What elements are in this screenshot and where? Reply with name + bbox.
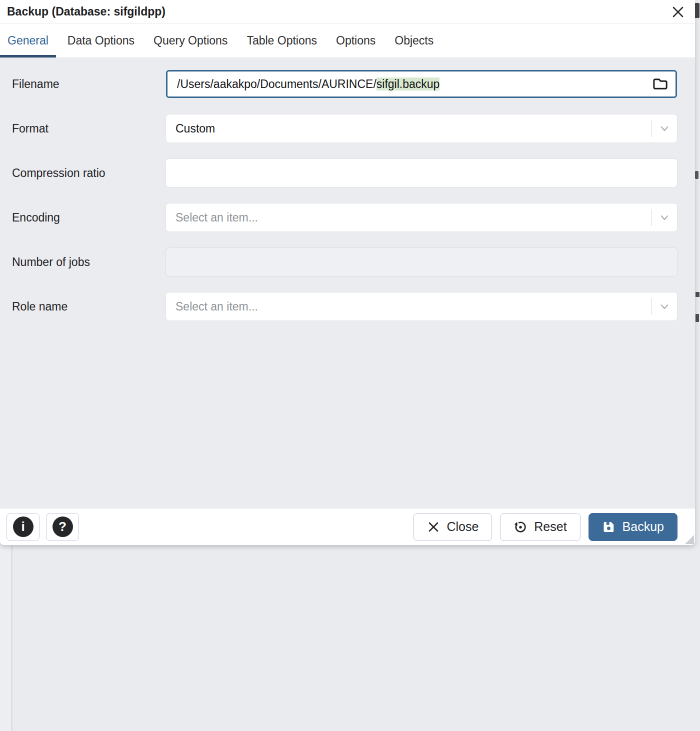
dialog-tabs: General Data Options Query Options Table… (0, 24, 695, 58)
undo-icon (514, 520, 528, 534)
close-button[interactable]: Close (414, 513, 492, 541)
dialog-titlebar: Backup (Database: sifgildpp) (0, 0, 695, 24)
filename-browse-button[interactable] (652, 76, 668, 92)
x-icon (427, 520, 440, 534)
save-icon (602, 520, 616, 534)
format-row: Format Custom (0, 114, 689, 142)
backup-button[interactable]: Backup (588, 513, 678, 541)
tab-label: Options (336, 34, 376, 48)
filename-label: Filename (0, 78, 166, 91)
tab-query-options[interactable]: Query Options (146, 24, 235, 58)
filename-row: Filename /Users/aakakpo/Documents/AURINC… (0, 70, 689, 98)
number-of-jobs-input (166, 248, 677, 276)
chevron-down-icon (658, 211, 671, 224)
background-left-panel (0, 545, 11, 731)
folder-icon (652, 76, 668, 92)
filename-input[interactable]: /Users/aakakpo/Documents/AURINCE/sifgil.… (166, 70, 677, 98)
number-of-jobs-label: Number of jobs (0, 256, 166, 269)
role-name-row: Role name Select an item... (0, 292, 689, 320)
info-icon: i (13, 516, 34, 537)
clipped-background-content (694, 3, 700, 18)
close-icon (670, 4, 686, 20)
compression-ratio-label: Compression ratio (0, 166, 166, 180)
tab-label: Query Options (154, 34, 228, 48)
tab-label: Table Options (246, 34, 317, 48)
reset-button[interactable]: Reset (500, 513, 580, 541)
tab-label: Objects (394, 34, 434, 48)
chevron-down-icon (658, 122, 671, 135)
background-panel-divider (11, 545, 12, 731)
background-window-area (0, 545, 700, 731)
format-dropdown-toggle[interactable] (651, 120, 677, 137)
filename-value: /Users/aakakpo/Documents/AURINCE/sifgil.… (177, 78, 648, 91)
clipped-background-content (695, 171, 698, 179)
backup-dialog: Backup (Database: sifgildpp) General Dat… (0, 0, 695, 545)
tab-general[interactable]: General (0, 24, 56, 58)
format-select[interactable]: Custom (166, 114, 677, 142)
filename-path-prefix: /Users/aakakpo/Documents/AURINCE/ (177, 78, 376, 90)
help-button[interactable]: ? (46, 513, 79, 541)
dialog-close-button[interactable] (670, 4, 686, 20)
role-name-select[interactable]: Select an item... (166, 292, 677, 320)
filename-selected-text: sifgil.backup (376, 78, 440, 90)
number-of-jobs-row: Number of jobs (0, 248, 689, 276)
role-name-placeholder: Select an item... (166, 300, 651, 314)
encoding-row: Encoding Select an item... (0, 204, 689, 232)
dialog-title: Backup (Database: sifgildpp) (0, 5, 166, 18)
sql-info-button[interactable]: i (6, 513, 40, 541)
encoding-select[interactable]: Select an item... (166, 204, 677, 232)
compression-ratio-row: Compression ratio (0, 159, 689, 187)
tab-objects[interactable]: Objects (387, 24, 441, 58)
tab-label: General (8, 34, 48, 48)
clipped-background-content (696, 314, 699, 322)
help-icon: ? (52, 516, 73, 537)
tab-data-options[interactable]: Data Options (60, 24, 142, 58)
format-label: Format (0, 122, 166, 136)
close-button-label: Close (446, 520, 478, 534)
role-name-label: Role name (0, 300, 166, 314)
clipped-background-content (696, 292, 700, 297)
tab-options[interactable]: Options (328, 24, 383, 58)
dialog-resize-handle[interactable] (685, 535, 694, 544)
chevron-down-icon (658, 300, 671, 313)
general-tab-panel: Filename /Users/aakakpo/Documents/AURINC… (0, 58, 695, 508)
dialog-footer: i ? Close Reset (0, 508, 695, 545)
backup-button-label: Backup (622, 520, 664, 534)
encoding-label: Encoding (0, 211, 166, 224)
reset-button-label: Reset (534, 520, 566, 534)
encoding-placeholder: Select an item... (166, 211, 651, 224)
format-selected-value: Custom (166, 122, 651, 136)
role-name-dropdown-toggle[interactable] (651, 298, 677, 315)
compression-ratio-input[interactable] (166, 159, 677, 187)
encoding-dropdown-toggle[interactable] (651, 209, 677, 226)
tab-table-options[interactable]: Table Options (239, 24, 324, 58)
tab-label: Data Options (68, 34, 134, 48)
